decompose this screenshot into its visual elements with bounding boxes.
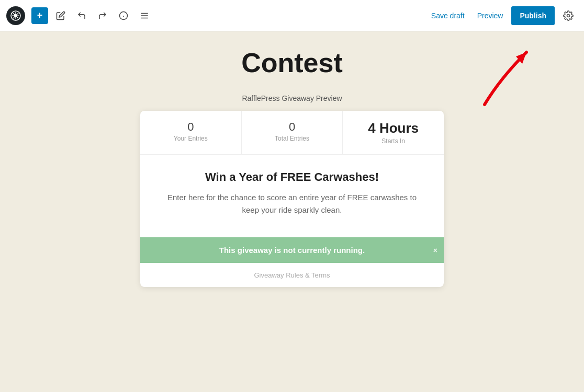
banner-text: This giveaway is not currently running. <box>219 246 365 255</box>
svg-marker-9 <box>516 52 526 64</box>
toolbar: + Save draft Previe <box>0 0 584 31</box>
your-entries-label: Your Entries <box>145 135 236 142</box>
total-entries-stat: 0 Total Entries <box>242 111 343 154</box>
starts-in-label: Starts In <box>348 137 439 145</box>
starts-in-stat: 4 Hours Starts In <box>343 111 444 154</box>
your-entries-number: 0 <box>145 120 236 134</box>
main-content: Contest RafflePress Giveaway Preview 0 Y… <box>0 31 584 392</box>
svg-point-8 <box>567 14 570 17</box>
rules-terms-link[interactable]: Giveaway Rules & Terms <box>254 271 330 279</box>
add-icon: + <box>37 10 43 21</box>
add-block-button[interactable]: + <box>31 7 48 24</box>
your-entries-stat: 0 Your Entries <box>140 111 242 154</box>
close-banner-button[interactable]: × <box>433 246 437 255</box>
list-view-button[interactable] <box>136 7 153 24</box>
edit-button[interactable] <box>52 7 69 24</box>
save-draft-link[interactable]: Save draft <box>427 11 469 20</box>
arrow-annotation <box>469 37 553 120</box>
stats-row: 0 Your Entries 0 Total Entries 4 Hours S… <box>140 111 444 155</box>
total-entries-label: Total Entries <box>247 135 338 142</box>
info-button[interactable] <box>115 7 132 24</box>
undo-button[interactable] <box>73 7 90 24</box>
giveaway-card: 0 Your Entries 0 Total Entries 4 Hours S… <box>140 111 444 287</box>
giveaway-description: Enter here for the chance to score an en… <box>161 191 423 216</box>
redo-button[interactable] <box>94 7 111 24</box>
total-entries-number: 0 <box>247 120 338 134</box>
preview-label: RafflePress Giveaway Preview <box>242 94 342 102</box>
svg-point-1 <box>14 14 17 17</box>
settings-button[interactable] <box>559 6 578 25</box>
wp-logo-icon <box>6 6 25 25</box>
page-title: Contest <box>241 47 343 78</box>
preview-link[interactable]: Preview <box>473 11 508 20</box>
card-body: Win a Year of FREE Carwashes! Enter here… <box>140 155 444 227</box>
giveaway-title: Win a Year of FREE Carwashes! <box>161 170 423 184</box>
giveaway-banner: This giveaway is not currently running. … <box>140 237 444 263</box>
giveaway-footer: Giveaway Rules & Terms <box>140 263 444 287</box>
publish-button[interactable]: Publish <box>511 6 555 25</box>
starts-in-number: 4 Hours <box>348 120 439 136</box>
